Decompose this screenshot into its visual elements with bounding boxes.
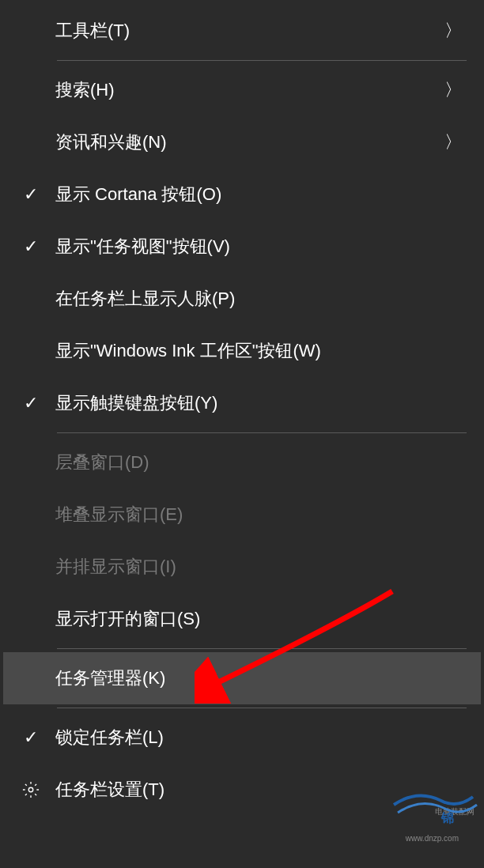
menu-item-label: 搜索(H) — [55, 78, 444, 102]
menu-item-stacked-windows: 堆叠显示窗口(E) — [3, 489, 481, 541]
menu-item-label: 任务管理器(K) — [55, 666, 462, 690]
menu-item-lock-taskbar[interactable]: ✓ 锁定任务栏(L) — [3, 711, 481, 764]
checkmark-icon: ✓ — [24, 393, 38, 413]
gear-icon — [22, 781, 40, 798]
watermark-text-bottom: www.dnzp.com — [406, 834, 459, 843]
separator — [57, 648, 467, 649]
menu-item-taskbar-settings[interactable]: 任务栏设置(T) — [3, 764, 481, 816]
icon-slot: ✓ — [6, 184, 55, 205]
watermark-text-top: 电脑装配网 — [435, 806, 475, 817]
menu-item-side-by-side-windows: 并排显示窗口(I) — [3, 541, 481, 593]
menu-item-label: 资讯和兴趣(N) — [55, 130, 444, 154]
menu-item-label: 显示 Cortana 按钮(O) — [55, 183, 462, 206]
menu-item-label: 工具栏(T) — [55, 19, 444, 43]
menu-item-label: 并排显示窗口(I) — [55, 555, 462, 579]
chevron-right-icon: 〉 — [444, 130, 462, 154]
menu-item-label: 显示"Windows Ink 工作区"按钮(W) — [55, 339, 462, 363]
icon-slot: ✓ — [6, 236, 55, 257]
menu-item-label: 锁定任务栏(L) — [55, 726, 462, 749]
menu-item-show-people[interactable]: 在任务栏上显示人脉(P) — [3, 273, 481, 325]
menu-item-label: 任务栏设置(T) — [55, 778, 462, 802]
menu-item-task-manager[interactable]: 任务管理器(K) — [3, 652, 481, 704]
menu-item-news-interests[interactable]: 资讯和兴趣(N) 〉 — [3, 116, 481, 168]
taskbar-context-menu: 工具栏(T) 〉 搜索(H) 〉 资讯和兴趣(N) 〉 ✓ 显示 Cortana… — [0, 0, 484, 868]
checkmark-icon: ✓ — [24, 236, 38, 257]
checkmark-icon: ✓ — [24, 184, 38, 205]
icon-slot: ✓ — [6, 393, 55, 413]
menu-item-label: 显示触摸键盘按钮(Y) — [55, 391, 462, 415]
menu-item-show-open-windows[interactable]: 显示打开的窗口(S) — [3, 593, 481, 645]
separator — [57, 708, 467, 708]
chevron-right-icon: 〉 — [444, 19, 462, 43]
menu-item-label: 在任务栏上显示人脉(P) — [55, 287, 462, 311]
menu-item-toolbar[interactable]: 工具栏(T) 〉 — [3, 5, 481, 57]
separator — [57, 60, 467, 61]
separator — [57, 432, 467, 433]
menu-item-touch-keyboard[interactable]: ✓ 显示触摸键盘按钮(Y) — [3, 377, 481, 429]
menu-item-label: 堆叠显示窗口(E) — [55, 503, 462, 526]
menu-item-label: 层叠窗口(D) — [55, 451, 462, 474]
checkmark-icon: ✓ — [24, 727, 38, 748]
menu-item-cortana-button[interactable]: ✓ 显示 Cortana 按钮(O) — [3, 168, 481, 221]
chevron-right-icon: 〉 — [444, 78, 462, 102]
svg-point-0 — [28, 787, 33, 792]
menu-item-label: 显示打开的窗口(S) — [55, 607, 462, 631]
menu-item-cascade-windows: 层叠窗口(D) — [3, 436, 481, 489]
menu-item-task-view-button[interactable]: ✓ 显示"任务视图"按钮(V) — [3, 221, 481, 273]
menu-item-search[interactable]: 搜索(H) 〉 — [3, 64, 481, 116]
menu-item-label: 显示"任务视图"按钮(V) — [55, 235, 462, 259]
icon-slot — [6, 781, 55, 798]
menu-item-windows-ink[interactable]: 显示"Windows Ink 工作区"按钮(W) — [3, 325, 481, 377]
icon-slot: ✓ — [6, 727, 55, 748]
